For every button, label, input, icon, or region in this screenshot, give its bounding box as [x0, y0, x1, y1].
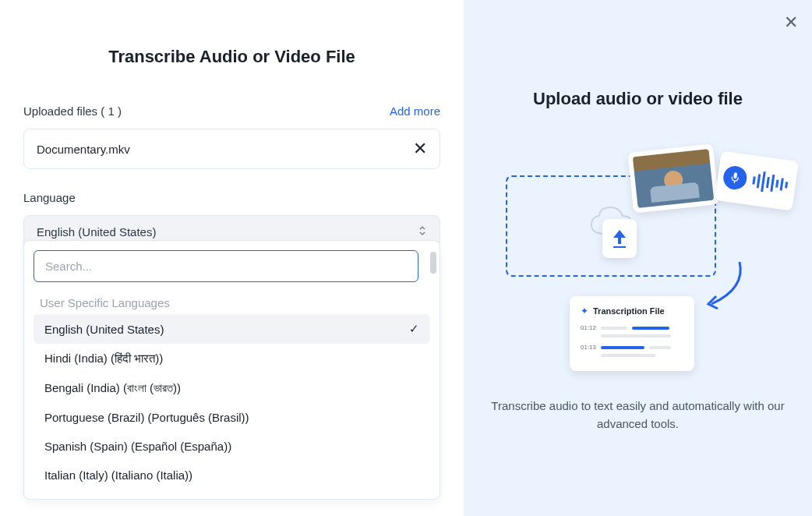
language-label: Language — [23, 191, 440, 204]
description-text: Transcribe audio to text easily and auto… — [490, 398, 786, 433]
curved-arrow-icon — [702, 257, 749, 320]
upload-title: Upload audio or video file — [533, 89, 743, 109]
info-panel: ✕ Upload audio or video file — [464, 0, 812, 516]
add-more-link[interactable]: Add more — [390, 104, 440, 118]
scrollbar-thumb[interactable] — [430, 252, 436, 274]
svg-rect-6 — [770, 175, 775, 192]
remove-file-icon[interactable]: ✕ — [413, 140, 427, 157]
sparkle-icon: ✦ — [581, 306, 588, 316]
language-option[interactable]: Spanish (Spain) (Español (España)) — [34, 432, 430, 461]
svg-rect-1 — [733, 172, 737, 178]
language-option-label: Italian (Italy) (Italiano (Italia)) — [44, 468, 192, 482]
language-option[interactable]: Hindi (India) (हिंदी भारत)) — [34, 344, 430, 373]
uploaded-header: Uploaded files ( 1 ) Add more — [23, 104, 440, 118]
svg-rect-2 — [752, 176, 755, 184]
language-search-input[interactable] — [34, 250, 418, 282]
language-option[interactable]: Bengali (India) (বাংলা (ভারত)) — [34, 373, 430, 403]
language-option-label: Hindi (India) (हिंदी भारत)) — [44, 352, 163, 366]
language-option-label: Portuguese (Brazil) (Português (Brasil)) — [44, 411, 249, 424]
language-option[interactable]: English (United States) ✓ — [34, 314, 430, 344]
language-dropdown: User Specific Languages English (United … — [23, 240, 440, 500]
transcribe-panel: Transcribe Audio or Video File Uploaded … — [0, 0, 464, 516]
uploaded-file-chip: Documentary.mkv ✕ — [23, 129, 440, 169]
svg-rect-8 — [780, 178, 784, 190]
language-option-label: Bengali (India) (বাংলা (ভারত)) — [44, 381, 181, 395]
upload-arrow-icon — [610, 227, 629, 250]
uploaded-count-label: Uploaded files ( 1 ) — [23, 104, 122, 118]
file-name: Documentary.mkv — [37, 143, 130, 156]
timestamp-1: 01:12 — [581, 324, 596, 331]
language-option[interactable]: Italian (Italy) (Italiano (Italia)) — [34, 461, 430, 489]
svg-rect-5 — [766, 177, 770, 188]
waveform-icon — [750, 168, 792, 197]
timestamp-2: 01:13 — [581, 344, 596, 351]
language-selected-value: English (United States) — [37, 225, 156, 239]
check-icon: ✓ — [409, 322, 419, 336]
svg-rect-7 — [775, 180, 778, 188]
svg-rect-0 — [613, 246, 626, 248]
upload-illustration: ✦ Transcription File 01:12 01:13 — [482, 148, 793, 374]
language-option-label: Spanish (Spain) (Español (España)) — [44, 440, 231, 453]
page-title: Transcribe Audio or Video File — [23, 47, 440, 67]
language-option-label: English (United States) — [44, 323, 164, 336]
transcription-card-title: Transcription File — [593, 306, 665, 316]
svg-rect-4 — [761, 171, 766, 192]
language-option[interactable]: Portuguese (Brazil) (Português (Brasil)) — [34, 403, 430, 432]
svg-rect-9 — [785, 182, 788, 188]
svg-rect-3 — [757, 174, 761, 188]
chevron-sort-icon — [418, 225, 427, 239]
mic-icon — [722, 164, 748, 191]
close-icon[interactable]: ✕ — [784, 14, 798, 31]
language-group-label: User Specific Languages — [34, 292, 430, 314]
